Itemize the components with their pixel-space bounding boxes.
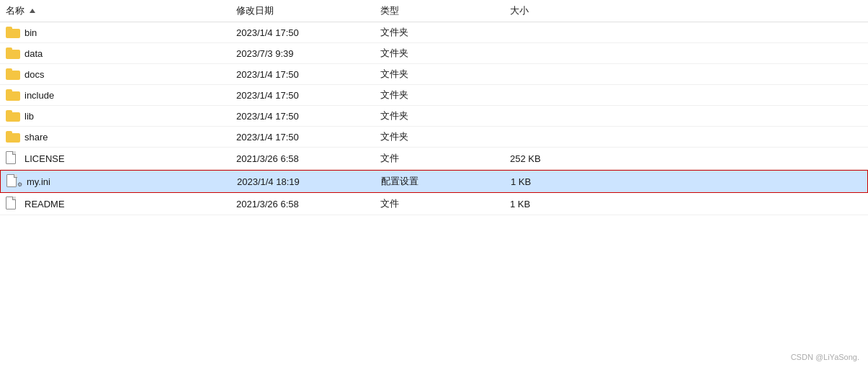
file-name: include [24,90,54,101]
file-name: bin [24,27,37,38]
col-name-label: 名称 [6,4,24,17]
file-name-col: share [0,131,231,143]
table-row[interactable]: share 2023/1/4 17:50 文件夹 [0,127,868,148]
table-row[interactable]: bin 2023/1/4 17:50 文件夹 [0,22,868,43]
file-name-col: data [0,48,231,59]
table-row[interactable]: README 2021/3/26 6:58 文件 1 KB [0,193,868,215]
file-size: 1 KB [505,176,591,187]
watermark: CSDN @LiYaSong. [791,353,859,361]
file-date: 2021/3/26 6:58 [231,153,375,164]
file-size: 252 KB [504,153,591,164]
file-list: bin 2023/1/4 17:50 文件夹 data 2023/7/3 9:3… [0,22,868,215]
file-name-col: LICENSE [0,151,231,166]
file-type: 文件夹 [375,47,504,60]
table-row[interactable]: docs 2023/1/4 17:50 文件夹 [0,64,868,85]
table-row[interactable]: LICENSE 2021/3/26 6:58 文件 252 KB [0,148,868,170]
col-type-label: 类型 [380,5,399,16]
file-type: 配置设置 [375,175,505,188]
table-row[interactable]: include 2023/1/4 17:50 文件夹 [0,85,868,106]
table-row[interactable]: ⚙ my.ini 2023/1/4 18:19 配置设置 1 KB [0,170,868,193]
file-type: 文件 [375,152,504,165]
file-explorer: 名称 修改日期 类型 大小 bin 2023/1/4 17:50 文件夹 dat… [0,0,868,370]
file-name-col: docs [0,68,231,80]
file-date: 2023/1/4 17:50 [231,132,375,143]
file-name: LICENSE [24,153,65,164]
folder-icon [6,48,20,59]
folder-icon [6,131,20,143]
file-name: share [24,132,48,143]
file-date: 2023/1/4 17:50 [231,27,375,38]
file-name: data [24,48,42,59]
col-date-label: 修改日期 [236,5,274,16]
file-date: 2023/7/3 9:39 [231,48,375,59]
col-size-label: 大小 [510,5,529,16]
file-date: 2023/1/4 17:50 [231,90,375,101]
file-type: 文件夹 [375,109,504,122]
col-date-header[interactable]: 修改日期 [231,4,375,17]
file-name-col: include [0,89,231,101]
file-date: 2023/1/4 17:50 [231,111,375,122]
col-size-header[interactable]: 大小 [504,4,591,17]
file-type: 文件夹 [375,68,504,81]
file-name: lib [24,111,34,122]
col-name-header[interactable]: 名称 [0,4,231,17]
file-name: my.ini [27,176,50,187]
file-type: 文件 [375,197,504,210]
file-icon [6,151,20,166]
folder-icon [6,89,20,101]
file-name: README [24,199,65,209]
table-row[interactable]: lib 2023/1/4 17:50 文件夹 [0,106,868,127]
folder-icon [6,27,20,38]
file-name-col: ⚙ my.ini [1,174,231,189]
file-type: 文件夹 [375,26,504,39]
config-file-icon: ⚙ [6,174,22,189]
file-date: 2023/1/4 17:50 [231,69,375,80]
file-type: 文件夹 [375,89,504,101]
file-size: 1 KB [504,199,591,209]
file-name-col: bin [0,27,231,38]
file-date: 2021/3/26 6:58 [231,199,375,209]
folder-icon [6,68,20,80]
col-type-header[interactable]: 类型 [375,4,504,17]
folder-icon [6,110,20,122]
file-icon [6,197,20,211]
file-name: docs [24,69,44,80]
file-name-col: lib [0,110,231,122]
file-name-col: README [0,197,231,211]
file-date: 2023/1/4 18:19 [231,176,375,187]
table-header: 名称 修改日期 类型 大小 [0,0,868,22]
sort-arrow-icon [30,9,35,13]
file-type: 文件夹 [375,130,504,143]
table-row[interactable]: data 2023/7/3 9:39 文件夹 [0,43,868,64]
